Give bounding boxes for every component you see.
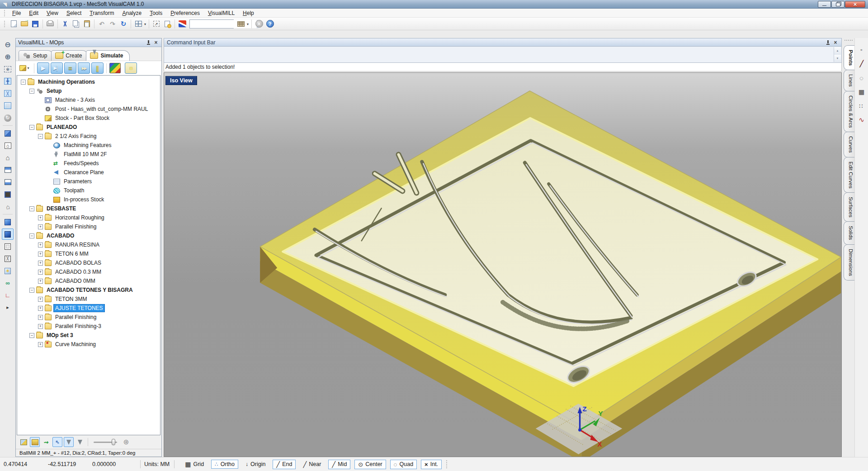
view-toolbar-button[interactable] xyxy=(2,216,14,228)
toolbar-grip[interactable] xyxy=(4,21,6,27)
mops-tab[interactable]: Create xyxy=(51,50,89,61)
tree-item[interactable]: In-process Stock xyxy=(17,195,160,204)
tree-expander-icon[interactable] xyxy=(38,215,43,220)
pin-icon[interactable] xyxy=(825,39,831,46)
snap-toggle[interactable]: Mid xyxy=(328,460,350,469)
snap-toggle[interactable]: Center xyxy=(354,460,386,469)
toolbar-button[interactable] xyxy=(236,19,246,29)
gear-icon[interactable] xyxy=(121,437,131,447)
toolbar-button[interactable] xyxy=(30,19,41,29)
menu-item[interactable]: Preferences xyxy=(166,9,204,17)
toolbar-button[interactable] xyxy=(42,19,43,29)
toolbar-button[interactable] xyxy=(8,19,19,29)
simulation-speed-slider[interactable] xyxy=(94,442,117,443)
tree-item[interactable]: ACABADO TETONES Y BISAGRA xyxy=(17,285,160,295)
view-toolbar-button[interactable] xyxy=(2,265,14,276)
command-input[interactable] xyxy=(164,47,833,62)
tree-expander-icon[interactable] xyxy=(29,206,34,211)
menu-item[interactable]: Edit xyxy=(25,9,42,17)
snap-toggle[interactable]: Grid xyxy=(182,460,207,469)
view-toolbar-button[interactable] xyxy=(2,277,14,289)
point-tool-button[interactable] xyxy=(856,72,867,83)
simulate-stop-button[interactable] xyxy=(125,62,137,74)
view-toolbar-button[interactable] xyxy=(3,125,13,126)
toolbar-button[interactable] xyxy=(162,19,173,29)
view-toolbar-button[interactable] xyxy=(3,214,13,214)
simulate-button[interactable] xyxy=(91,62,104,74)
point-tool-button[interactable] xyxy=(856,86,867,97)
toolbar-button[interactable] xyxy=(60,19,71,29)
tree-item[interactable]: Machining Features xyxy=(17,141,160,150)
point-tool-button[interactable] xyxy=(856,100,867,111)
mops-tab[interactable]: Setup xyxy=(19,50,54,61)
tree-expander-icon[interactable] xyxy=(38,279,43,284)
tree-item[interactable]: RANURA RESINA xyxy=(17,240,160,249)
dock-grip[interactable] xyxy=(844,40,853,43)
tree-item[interactable]: Machining Operations xyxy=(17,77,160,86)
tree-expander-icon[interactable] xyxy=(38,134,43,139)
tree-item[interactable]: Toolpath xyxy=(17,186,160,195)
menu-item[interactable]: View xyxy=(42,9,62,17)
statusbar-grip[interactable] xyxy=(446,460,448,468)
view-toolbar-button[interactable] xyxy=(2,128,14,139)
toolbar-button[interactable] xyxy=(118,19,129,29)
tree-expander-icon[interactable] xyxy=(21,80,26,85)
simulate-button[interactable] xyxy=(78,62,90,74)
view-toolbar-button[interactable] xyxy=(2,76,14,87)
stock-material-button[interactable] xyxy=(109,63,121,73)
tree-expander-icon[interactable] xyxy=(38,252,43,257)
modeling-tab[interactable]: Curves xyxy=(844,132,854,157)
tree-item[interactable]: Post - Haas_with cut_comp-MM RAUL xyxy=(17,105,160,114)
display-toggle-button[interactable] xyxy=(30,437,40,447)
simulate-button[interactable] xyxy=(64,62,76,74)
menu-item[interactable]: Tools xyxy=(146,9,166,17)
tree-item[interactable]: ACABADO 0MM xyxy=(17,276,160,285)
toolbar-button[interactable] xyxy=(175,19,175,29)
display-toggle-button[interactable] xyxy=(19,437,28,447)
view-toolbar-button[interactable] xyxy=(2,302,14,313)
toolbar-button[interactable] xyxy=(96,19,107,29)
tree-expander-icon[interactable] xyxy=(38,224,43,229)
menu-item[interactable]: VisualMILL xyxy=(204,9,239,17)
modeling-tab[interactable]: Circles & Arcs xyxy=(844,91,854,133)
toolbar-button[interactable] xyxy=(251,19,252,29)
modeling-tab[interactable]: Points xyxy=(844,45,854,70)
menu-item[interactable]: Analyze xyxy=(118,9,146,17)
tree-expander-icon[interactable] xyxy=(38,315,43,320)
snap-toggle[interactable]: End xyxy=(273,460,296,469)
view-toolbar-button[interactable] xyxy=(2,140,14,151)
close-button[interactable] xyxy=(845,1,865,8)
view-toolbar-button[interactable] xyxy=(2,189,14,200)
modeling-tab[interactable]: Surfaces xyxy=(844,192,854,222)
tree-expander-icon[interactable] xyxy=(38,297,43,302)
snap-toggle[interactable]: Near xyxy=(300,460,324,469)
tree-expander-icon[interactable] xyxy=(29,333,34,338)
toolbar-button[interactable] xyxy=(177,19,188,29)
view-toolbar-button[interactable] xyxy=(2,290,14,301)
tree-item[interactable]: Curve Machining xyxy=(17,340,160,349)
stock-menu-button[interactable]: ▾ xyxy=(18,62,31,74)
display-toggle-button[interactable] xyxy=(41,437,51,447)
tree-item[interactable]: DESBASTE xyxy=(17,204,160,213)
tree-item[interactable]: Feeds/Speeds xyxy=(17,159,160,168)
tree-item[interactable]: ACABADO BOLAS xyxy=(17,258,160,267)
tree-expander-icon[interactable] xyxy=(29,288,34,293)
toolbar-button[interactable] xyxy=(133,19,144,29)
snap-toggle[interactable]: Origin xyxy=(242,460,269,468)
modeling-tab[interactable]: Edit Curves xyxy=(844,157,854,193)
close-icon[interactable] xyxy=(832,39,839,46)
tree-expander-icon[interactable] xyxy=(38,342,43,347)
view-toolbar-button[interactable] xyxy=(2,152,14,163)
menu-item[interactable]: File xyxy=(8,9,25,17)
toolbar-button[interactable] xyxy=(81,19,92,29)
tree-item[interactable]: Parallel Finishing xyxy=(17,222,160,231)
view-toolbar-button[interactable] xyxy=(2,164,14,176)
tree-expander-icon[interactable] xyxy=(38,270,43,275)
toolbar-button[interactable] xyxy=(71,19,81,29)
menu-item[interactable]: Transform xyxy=(85,9,118,17)
tree-item[interactable]: Horizontal Roughing xyxy=(17,213,160,222)
mop-set-combobox[interactable]: ▾ xyxy=(189,19,234,29)
display-toggle-button[interactable] xyxy=(52,437,62,447)
restore-button[interactable] xyxy=(831,1,844,8)
tree-item[interactable]: MOp Set 3 xyxy=(17,331,160,340)
